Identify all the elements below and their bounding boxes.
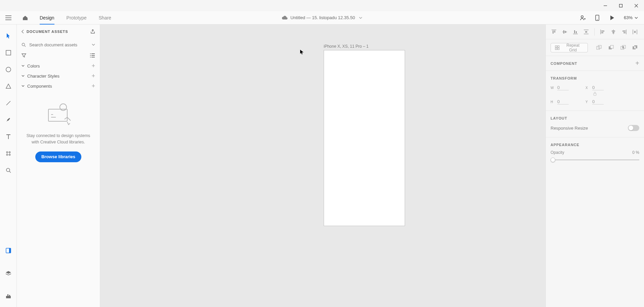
tab-share[interactable]: Share — [93, 11, 117, 25]
assets-section-colors[interactable]: Colors + — [17, 61, 100, 71]
responsive-resize-toggle[interactable] — [628, 125, 639, 131]
add-component-instance-button[interactable]: + — [635, 59, 639, 67]
boolean-add-icon[interactable] — [595, 43, 603, 52]
repeat-grid-icon — [555, 45, 560, 50]
add-character-style-button[interactable]: + — [91, 73, 95, 79]
zoom-dropdown[interactable]: 63% — [620, 15, 642, 20]
add-component-button[interactable]: + — [91, 83, 95, 89]
svg-rect-24 — [622, 31, 626, 32]
boolean-intersect-icon[interactable] — [619, 43, 628, 52]
svg-rect-14 — [554, 31, 555, 33]
document-title-area[interactable]: Untitled — 15. listopadu 12.35.50 — [282, 15, 362, 20]
appearance-section: APPEARANCE Opacity 0 % — [546, 137, 644, 168]
artboard[interactable] — [324, 50, 405, 226]
boolean-subtract-icon[interactable] — [607, 43, 615, 52]
distribute-horizontal-icon[interactable] — [630, 27, 640, 37]
chevron-down-icon — [359, 17, 362, 19]
svg-rect-4 — [6, 50, 11, 55]
search-dropdown-icon[interactable] — [92, 44, 95, 46]
svg-rect-22 — [612, 31, 615, 32]
svg-rect-28 — [558, 46, 559, 47]
svg-rect-17 — [574, 30, 575, 33]
text-tool[interactable] — [4, 132, 13, 141]
browse-libraries-button[interactable]: Browse libraries — [35, 151, 81, 162]
line-tool[interactable] — [4, 98, 13, 108]
appearance-title: APPEARANCE — [551, 143, 639, 147]
component-title: COMPONENT — [551, 61, 577, 65]
add-color-button[interactable]: + — [91, 63, 95, 69]
y-field[interactable]: Y 0 — [586, 99, 612, 104]
assets-search-input[interactable] — [29, 42, 88, 47]
align-middle-vertical-icon[interactable] — [560, 27, 569, 37]
repeat-grid-button[interactable]: Repeat Grid — [551, 43, 588, 52]
align-left-icon[interactable] — [598, 27, 607, 37]
play-preview-button[interactable] — [605, 11, 619, 25]
assets-section-components[interactable]: Components + — [17, 81, 100, 91]
align-right-icon[interactable] — [619, 27, 629, 37]
artboard-tool[interactable] — [4, 149, 13, 158]
empty-message: Stay connected to design systems with Cr… — [24, 133, 93, 145]
align-bottom-icon[interactable] — [571, 27, 580, 37]
height-field[interactable]: H 0 — [551, 99, 577, 104]
align-top-icon[interactable] — [549, 27, 559, 37]
tab-prototype[interactable]: Prototype — [61, 11, 93, 25]
filter-icon[interactable] — [22, 53, 26, 57]
svg-rect-6 — [7, 152, 10, 155]
pen-tool[interactable] — [4, 115, 13, 125]
app-header: Design Prototype Share Untitled — 15. li… — [0, 11, 644, 25]
select-tool[interactable] — [4, 31, 13, 41]
home-button[interactable] — [17, 11, 34, 25]
svg-rect-21 — [601, 32, 603, 33]
width-field[interactable]: W 0 — [551, 85, 577, 90]
lock-aspect-icon[interactable] — [593, 92, 597, 96]
svg-rect-26 — [634, 31, 636, 33]
assets-title: DOCUMENT ASSETS — [27, 30, 68, 34]
svg-rect-20 — [601, 31, 604, 32]
plugins-panel-button[interactable] — [4, 292, 13, 301]
toolbar — [0, 25, 17, 307]
assets-section-character-styles[interactable]: Character Styles + — [17, 71, 100, 81]
svg-rect-11 — [48, 109, 67, 121]
assets-panel-button[interactable] — [4, 246, 13, 255]
zoom-tool[interactable] — [4, 166, 13, 175]
assets-back-button[interactable] — [22, 30, 24, 34]
component-section-header: COMPONENT + — [546, 56, 644, 71]
hamburger-menu-button[interactable] — [0, 11, 17, 25]
tab-design[interactable]: Design — [34, 11, 61, 25]
svg-rect-13 — [553, 31, 554, 34]
svg-point-5 — [6, 67, 11, 72]
chevron-down-icon — [22, 85, 25, 87]
svg-rect-34 — [610, 45, 613, 48]
publish-icon[interactable] — [90, 29, 95, 34]
x-field[interactable]: X 0 — [586, 85, 612, 90]
svg-point-7 — [6, 168, 10, 172]
svg-rect-40 — [634, 46, 636, 48]
mobile-preview-button[interactable] — [590, 11, 604, 25]
artboard-label[interactable]: iPhone X, XS, 11 Pro – 1 — [324, 44, 368, 49]
boolean-exclude-icon[interactable] — [631, 43, 639, 52]
opacity-label: Opacity — [551, 150, 564, 155]
canvas[interactable]: iPhone X, XS, 11 Pro – 1 — [100, 25, 546, 307]
polygon-tool[interactable] — [4, 82, 13, 91]
rectangle-tool[interactable] — [4, 48, 13, 57]
window-minimize-button[interactable] — [598, 0, 613, 11]
svg-rect-30 — [558, 48, 559, 49]
chevron-down-icon — [22, 65, 25, 67]
distribute-vertical-icon[interactable] — [581, 27, 591, 37]
layers-panel-button[interactable] — [4, 269, 13, 278]
cloud-icon — [282, 16, 288, 20]
align-center-horizontal-icon[interactable] — [609, 27, 618, 37]
window-maximize-button[interactable] — [613, 0, 629, 11]
window-close-button[interactable] — [629, 0, 644, 11]
svg-rect-15 — [563, 30, 564, 34]
share-invite-button[interactable] — [575, 11, 590, 25]
document-title: Untitled — 15. listopadu 12.35.50 — [290, 15, 355, 20]
list-view-icon[interactable] — [90, 53, 95, 57]
svg-rect-25 — [623, 32, 626, 33]
opacity-slider[interactable] — [551, 158, 639, 162]
ellipse-tool[interactable] — [4, 65, 13, 74]
svg-rect-16 — [565, 31, 566, 33]
svg-rect-9 — [9, 248, 11, 253]
repeat-grid-row: Repeat Grid — [546, 39, 644, 56]
svg-rect-29 — [555, 48, 557, 49]
